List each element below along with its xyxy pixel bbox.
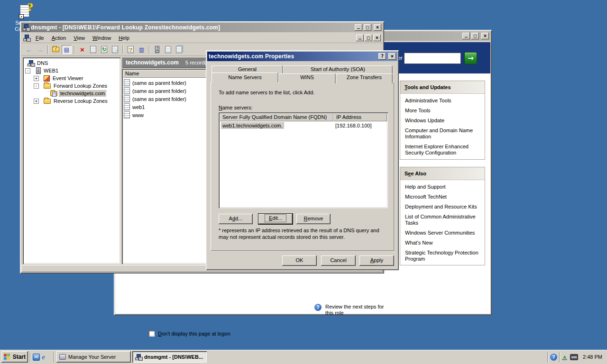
link-common-admin-tasks[interactable]: List of Common Administrative Tasks [405, 214, 480, 226]
collapse-expander-icon[interactable]: - [34, 83, 39, 89]
dns-menubar: File Action View Window Help _ □ × [21, 33, 383, 43]
link-server-communities[interactable]: Windows Server Communities [405, 230, 480, 236]
question-mark-glyph: ? [27, 2, 33, 12]
tray-help-icon[interactable]: ? [550, 354, 557, 361]
dont-display-checkbox[interactable] [148, 330, 155, 337]
back-icon[interactable]: ← [24, 45, 34, 54]
link-help-and-support[interactable]: Help and Support [405, 184, 480, 190]
add-button[interactable]: Add... [219, 214, 253, 224]
mdi-restore-button[interactable]: □ [365, 35, 372, 41]
context-help-button[interactable]: ? [378, 53, 386, 60]
search-go-button[interactable]: → [464, 52, 477, 64]
column-fqdn[interactable]: Server Fully Qualified Domain Name (FQDN… [220, 113, 333, 121]
copy-icon[interactable] [174, 45, 184, 54]
tray-vmware-icon[interactable]: vm [570, 354, 578, 360]
folder-icon [44, 83, 51, 89]
mdi-minimize-button[interactable]: _ [356, 35, 364, 41]
taskbar: Start ✉ e Manage Your Server dnsmgmt - [… [0, 350, 607, 364]
listview-header: Server Fully Qualified Domain Name (FQDN… [220, 113, 387, 121]
up-one-level-icon[interactable]: ↑ [51, 45, 61, 54]
name-servers-tab-panel: To add name servers to the list, click A… [211, 82, 394, 251]
minimize-button[interactable]: _ [355, 24, 362, 31]
dns-app-icon [135, 354, 142, 360]
review-next-steps-label[interactable]: Review the next steps for this role [325, 304, 388, 316]
review-next-steps[interactable]: ? Review the next steps for this role [314, 304, 388, 316]
dialog-titlebar[interactable]: technowidgets.com Properties ? × [207, 52, 397, 61]
dns-titlebar[interactable]: dnsmgmt - [DNS\WEB1\Forward Lookup Zones… [21, 23, 383, 32]
maximize-button[interactable]: □ [364, 24, 371, 31]
ip-cell[interactable]: [192.168.0.100] [333, 122, 387, 129]
ok-button[interactable]: OK [282, 255, 317, 266]
taskbar-button-manage-your-server[interactable]: Manage Your Server [56, 351, 131, 363]
show-console-tree-icon[interactable]: ▤ [62, 45, 72, 54]
tree-node-forward-lookup-zones[interactable]: - Forward Lookup Zones [24, 82, 120, 90]
mdi-close-button[interactable]: × [373, 35, 381, 41]
close-button[interactable]: × [388, 53, 396, 60]
event-viewer-icon [44, 75, 50, 82]
tree-node-dns[interactable]: DNS [24, 59, 120, 67]
menu-help[interactable]: Help [115, 34, 133, 42]
menu-window[interactable]: Window [89, 34, 114, 42]
link-deployment-resource-kits[interactable]: Deployment and Resource Kits [405, 204, 480, 210]
menu-action[interactable]: Action [48, 34, 70, 42]
link-windows-update[interactable]: Windows Update [405, 118, 480, 124]
apply-button[interactable]: Apply [359, 255, 394, 266]
record-icon [124, 103, 130, 110]
tree-node-event-viewer[interactable]: + Event Viewer [24, 74, 120, 82]
start-button[interactable]: Start [1, 351, 28, 363]
quick-launch-icon-1[interactable]: ✉ [33, 354, 40, 361]
tree-node-web1[interactable]: - WEB1 [24, 67, 120, 74]
link-more-tools[interactable]: More Tools [405, 108, 480, 114]
tray-safely-remove-icon[interactable]: ▲ [562, 354, 567, 360]
edit-button[interactable]: Edit... [258, 214, 293, 224]
expand-expander-icon[interactable]: + [34, 76, 39, 81]
fqdn-cell[interactable]: web1.technowidgets.com. [220, 122, 333, 129]
column-ip-address[interactable]: IP Address [333, 113, 387, 121]
expand-expander-icon[interactable]: + [34, 99, 39, 104]
export-list-icon[interactable]: → [110, 45, 120, 54]
tray-clock[interactable]: 2:48 PM [583, 354, 602, 360]
close-button[interactable]: × [374, 24, 381, 31]
close-button[interactable]: × [481, 33, 489, 39]
tab-name-servers[interactable]: Name Servers [212, 73, 278, 82]
cancel-button[interactable]: Cancel [321, 255, 356, 266]
tab-start-of-authority[interactable]: Start of Authority (SOA) [283, 65, 393, 73]
internet-explorer-icon[interactable]: e [40, 354, 47, 361]
tools-and-updates-box: Tools and Updates Administrative Tools M… [400, 81, 485, 160]
name-servers-listview[interactable]: Server Fully Qualified Domain Name (FQDN… [219, 112, 388, 208]
tab-zone-transfers[interactable]: Zone Transfers [336, 73, 393, 83]
link-ie-enhanced-security[interactable]: Internet Explorer Enhanced Security Conf… [405, 144, 480, 156]
link-strategic-tech-protection[interactable]: Strategic Technology Protection Program [405, 250, 480, 262]
tab-row-front: Name Servers WINS Zone Transfers [212, 73, 393, 83]
mdi-child-icon [23, 35, 30, 41]
show-hide-pane-icon[interactable]: ▥ [137, 45, 147, 54]
properties-icon[interactable] [88, 45, 98, 54]
zone-properties-dialog[interactable]: technowidgets.com Properties ? × General… [206, 50, 399, 270]
taskbar-button-dnsmgmt[interactable]: dnsmgmt - [DNS\WEB... [132, 351, 207, 363]
link-administrative-tools[interactable]: Administrative Tools [405, 98, 480, 104]
remove-button[interactable]: Remove [296, 214, 331, 224]
record-list-icon[interactable] [163, 45, 173, 54]
collapse-expander-icon[interactable]: - [25, 68, 30, 73]
new-record-icon[interactable] [152, 45, 162, 54]
tools-and-updates-header: Tools and Updates [400, 81, 485, 94]
help-icon[interactable]: ? [126, 45, 136, 54]
delete-icon[interactable]: × [77, 45, 87, 54]
link-whats-new[interactable]: What's New [405, 240, 480, 246]
maximize-button[interactable]: □ [471, 33, 479, 39]
dont-display-row[interactable]: Don't display this page at logon [148, 330, 230, 337]
tree-node-technowidgets[interactable]: technowidgets.com [24, 90, 120, 97]
refresh-icon[interactable]: ↻ [99, 45, 109, 54]
name-server-row[interactable]: web1.technowidgets.com. [192.168.0.100] [220, 122, 387, 129]
link-computer-domain-info[interactable]: Computer and Domain Name Information [405, 127, 480, 140]
forward-icon[interactable]: → [35, 45, 45, 54]
console-tree-pane[interactable]: DNS - WEB1 + Event Viewer - Forward Look… [23, 57, 120, 264]
link-microsoft-technet[interactable]: Microsoft TechNet [405, 194, 480, 200]
minimize-button[interactable]: _ [462, 33, 470, 39]
tree-node-reverse-lookup-zones[interactable]: + Reverse Lookup Zones [24, 97, 120, 105]
menu-view[interactable]: View [70, 34, 88, 42]
menu-file[interactable]: File [32, 34, 47, 42]
search-input[interactable] [404, 53, 461, 64]
tab-wins[interactable]: WINS [278, 73, 336, 83]
record-icon [124, 79, 130, 86]
